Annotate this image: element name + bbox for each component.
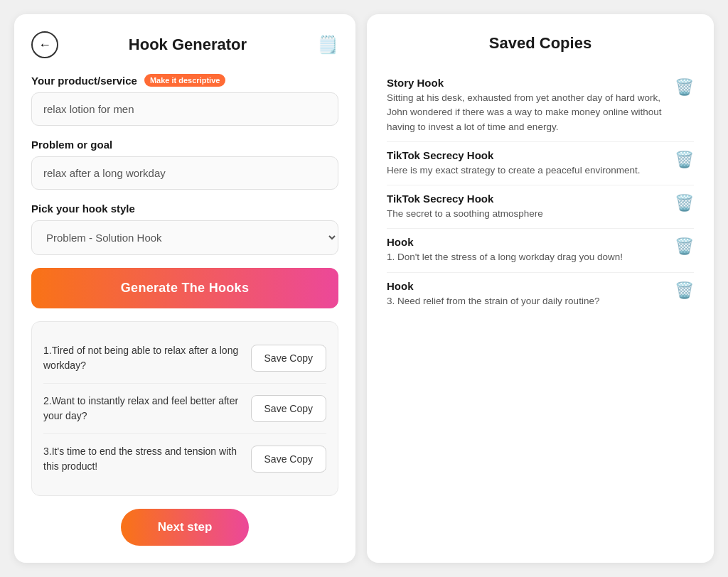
- hook-style-select[interactable]: Problem - Solution Hook Story Hook TikTo…: [31, 220, 338, 255]
- saved-item-3-content: TikTok Secrecy Hook The secret to a soot…: [387, 193, 675, 221]
- back-button[interactable]: ←: [31, 31, 58, 58]
- trash-icon-4[interactable]: 🗑️: [675, 237, 694, 256]
- saved-item-3: TikTok Secrecy Hook The secret to a soot…: [387, 185, 694, 229]
- save-copy-button-2[interactable]: Save Copy: [251, 395, 326, 422]
- saved-item-1: Story Hook Sitting at his desk, exhauste…: [387, 70, 694, 142]
- trash-icon-1[interactable]: 🗑️: [675, 78, 694, 97]
- right-panel: Saved Copies Story Hook Sitting at his d…: [367, 14, 714, 563]
- hook-style-label: Pick your hook style: [31, 203, 135, 215]
- problem-input[interactable]: [31, 156, 338, 190]
- result-text-2: 2.Want to instantly relax and feel bette…: [43, 394, 251, 424]
- header: ← Hook Generator 🗒️: [31, 31, 338, 58]
- product-input[interactable]: [31, 92, 338, 126]
- saved-copies-title: Saved Copies: [387, 34, 694, 53]
- saved-item-1-text: Sitting at his desk, exhausted from yet …: [387, 91, 663, 134]
- problem-field-group: Problem or goal: [31, 139, 338, 190]
- problem-label: Problem or goal: [31, 139, 112, 151]
- hook-style-label-row: Pick your hook style: [31, 203, 338, 215]
- product-label-row: Your product/service Make it descriptive: [31, 74, 338, 87]
- saved-item-2-content: TikTok Secrecy Hook Here is my exact str…: [387, 149, 675, 178]
- saved-item-1-hook-type: Story Hook: [387, 77, 663, 89]
- left-panel: ← Hook Generator 🗒️ Your product/service…: [14, 14, 355, 563]
- saved-item-4-hook-type: Hook: [387, 236, 663, 248]
- trash-icon-3[interactable]: 🗑️: [675, 194, 694, 212]
- saved-item-5-text: 3. Need relief from the strain of your d…: [387, 294, 663, 308]
- trash-icon-2[interactable]: 🗑️: [675, 151, 694, 169]
- saved-item-4-text: 1. Don't let the stress of a long workda…: [387, 250, 663, 264]
- saved-item-3-hook-type: TikTok Secrecy Hook: [387, 193, 663, 205]
- save-copy-button-3[interactable]: Save Copy: [251, 446, 326, 473]
- saved-item-5-hook-type: Hook: [387, 280, 663, 292]
- notebook-icon: 🗒️: [317, 35, 338, 55]
- saved-item-3-text: The secret to a soothing atmosphere: [387, 207, 663, 221]
- saved-item-1-content: Story Hook Sitting at his desk, exhauste…: [387, 77, 675, 134]
- saved-item-2-text: Here is my exact strategy to create a pe…: [387, 163, 663, 178]
- trash-icon-5[interactable]: 🗑️: [675, 281, 694, 300]
- result-text-1: 1.Tired of not being able to relax after…: [43, 343, 251, 373]
- product-field-group: Your product/service Make it descriptive: [31, 74, 338, 126]
- saved-item-2: TikTok Secrecy Hook Here is my exact str…: [387, 142, 694, 185]
- back-icon: ←: [38, 38, 51, 53]
- saved-item-4: Hook 1. Don't let the stress of a long w…: [387, 229, 694, 272]
- saved-item-5-content: Hook 3. Need relief from the strain of y…: [387, 280, 675, 308]
- saved-item-5: Hook 3. Need relief from the strain of y…: [387, 273, 694, 316]
- product-label: Your product/service: [31, 75, 137, 87]
- result-item-2: 2.Want to instantly relax and feel bette…: [43, 384, 326, 434]
- hook-style-field-group: Pick your hook style Problem - Solution …: [31, 203, 338, 255]
- saved-item-4-content: Hook 1. Don't let the stress of a long w…: [387, 236, 675, 264]
- result-item-1: 1.Tired of not being able to relax after…: [43, 333, 326, 384]
- result-text-3: 3.It's time to end the stress and tensio…: [43, 444, 251, 474]
- results-container: 1.Tired of not being able to relax after…: [31, 321, 338, 496]
- problem-label-row: Problem or goal: [31, 139, 338, 151]
- result-item-3: 3.It's time to end the stress and tensio…: [43, 434, 326, 484]
- save-copy-button-1[interactable]: Save Copy: [251, 345, 326, 372]
- page-title: Hook Generator: [67, 36, 309, 54]
- generate-hooks-button[interactable]: Generate The Hooks: [31, 268, 338, 308]
- descriptive-badge: Make it descriptive: [144, 74, 225, 87]
- next-step-button[interactable]: Next step: [121, 509, 249, 546]
- saved-item-2-hook-type: TikTok Secrecy Hook: [387, 149, 663, 161]
